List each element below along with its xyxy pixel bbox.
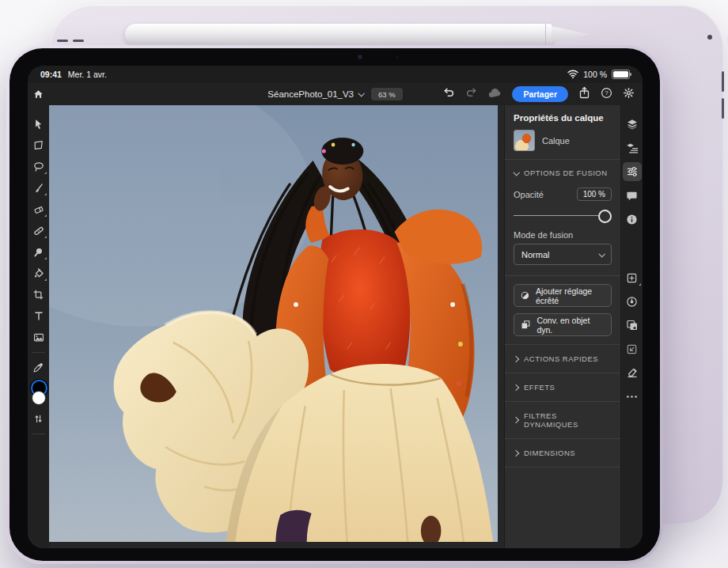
document-title-menu[interactable]: SéancePhoto_01_V3 bbox=[267, 89, 363, 99]
battery-icon bbox=[612, 70, 630, 79]
chevron-down-icon bbox=[513, 169, 519, 176]
section-filtres-dynamiques[interactable]: FILTRES DYNAMIQUES bbox=[505, 402, 620, 438]
comments-icon[interactable] bbox=[623, 186, 642, 205]
volume-button bbox=[57, 40, 68, 42]
svg-text:?: ? bbox=[605, 89, 609, 97]
blend-mode-select[interactable]: Normal bbox=[514, 244, 612, 265]
opacity-row: Opacité 100 % bbox=[505, 186, 620, 201]
brush-tool[interactable] bbox=[29, 177, 48, 199]
panel-title: Propriétés du calque bbox=[505, 105, 620, 127]
eraser-tool[interactable] bbox=[29, 199, 48, 220]
blend-mode-label: Mode de fusion bbox=[505, 224, 620, 244]
opacity-slider[interactable] bbox=[514, 210, 612, 221]
clone-stamp-tool[interactable] bbox=[29, 241, 48, 263]
cleanup-icon[interactable] bbox=[623, 363, 642, 382]
blend-options-header[interactable]: OPTIONS DE FUSION bbox=[505, 160, 620, 186]
type-tool[interactable] bbox=[29, 305, 48, 327]
smart-object-icon bbox=[521, 320, 530, 330]
redo-icon[interactable] bbox=[465, 87, 478, 101]
slider-track bbox=[514, 215, 612, 217]
ipad-front-device: 09:41 Mer. 1 avr. 100 % bbox=[6, 45, 663, 564]
layer-properties-panel: Propriétés du calque Calque OPTIONS DE F… bbox=[504, 105, 620, 548]
opacity-label: Opacité bbox=[514, 190, 544, 199]
healing-brush-tool[interactable] bbox=[29, 220, 48, 241]
eyedropper-tool[interactable] bbox=[29, 357, 48, 378]
crop-tool[interactable] bbox=[29, 284, 48, 305]
adjustments-icon[interactable] bbox=[623, 162, 642, 181]
marketing-scene: 09:41 Mer. 1 avr. 100 % bbox=[0, 0, 728, 568]
layer-thumbnail bbox=[514, 130, 535, 151]
top-bar: SéancePhoto_01_V3 63 % Partager bbox=[28, 83, 643, 105]
panel-divider bbox=[505, 467, 620, 468]
toolbar-divider bbox=[32, 434, 45, 434]
transform-tool[interactable] bbox=[29, 134, 48, 156]
settings-gear-icon[interactable] bbox=[623, 87, 635, 102]
background-color-chip[interactable] bbox=[32, 391, 46, 405]
front-camera bbox=[358, 55, 362, 59]
fill-tool[interactable] bbox=[29, 263, 48, 284]
tool-options[interactable] bbox=[29, 408, 48, 430]
chevron-down-icon bbox=[358, 90, 364, 97]
move-tool[interactable] bbox=[29, 113, 48, 134]
battery-percent: 100 % bbox=[583, 70, 607, 79]
side-button bbox=[722, 98, 724, 119]
undo-icon[interactable] bbox=[442, 87, 455, 101]
place-photo-tool[interactable] bbox=[29, 327, 48, 348]
export-icon[interactable] bbox=[623, 339, 642, 358]
section-effets[interactable]: EFFETS bbox=[505, 373, 620, 401]
side-button bbox=[722, 71, 724, 92]
layer-properties-icon[interactable] bbox=[623, 138, 642, 157]
slider-knob[interactable] bbox=[598, 210, 612, 223]
contrast-icon bbox=[521, 290, 529, 301]
status-time: 09:41 bbox=[40, 70, 62, 79]
app-screen: 09:41 Mer. 1 avr. 100 % bbox=[28, 66, 643, 548]
cloud-sync-icon[interactable] bbox=[488, 87, 502, 101]
apple-pencil bbox=[125, 24, 552, 45]
chevron-right-icon bbox=[513, 449, 519, 456]
wifi-icon bbox=[567, 70, 578, 80]
tool-bar bbox=[28, 105, 49, 548]
info-icon[interactable] bbox=[623, 210, 642, 229]
preview-layers-icon[interactable] bbox=[623, 316, 642, 335]
convert-smart-object-button[interactable]: Conv. en objet dyn. bbox=[514, 313, 612, 336]
zoom-level-badge[interactable]: 63 % bbox=[371, 88, 403, 100]
canvas-area bbox=[49, 105, 504, 548]
layer-row[interactable]: Calque bbox=[505, 127, 620, 159]
toolbar-divider bbox=[32, 352, 45, 353]
volume-button bbox=[73, 40, 84, 42]
lasso-select-tool[interactable] bbox=[29, 156, 48, 177]
chevron-right-icon bbox=[513, 384, 519, 390]
color-swatches[interactable] bbox=[29, 380, 48, 405]
app-body: Propriétés du calque Calque OPTIONS DE F… bbox=[28, 105, 643, 548]
home-icon[interactable] bbox=[28, 89, 49, 100]
share-button[interactable]: Partager bbox=[512, 86, 568, 102]
photo-canvas[interactable] bbox=[49, 105, 498, 542]
layers-icon[interactable] bbox=[623, 115, 642, 134]
more-icon[interactable] bbox=[623, 387, 642, 406]
layer-name: Calque bbox=[542, 136, 570, 146]
opacity-value[interactable]: 100 % bbox=[577, 187, 612, 201]
chevron-right-icon bbox=[513, 355, 519, 362]
right-rail bbox=[620, 105, 643, 548]
rear-mic-dot bbox=[707, 35, 712, 40]
section-dimensions[interactable]: DIMENSIONS bbox=[505, 439, 620, 467]
add-clipped-adjustment-button[interactable]: Ajouter réglage écrêté bbox=[514, 284, 612, 307]
status-bar: 09:41 Mer. 1 avr. 100 % bbox=[28, 66, 643, 83]
export-share-icon[interactable] bbox=[578, 86, 590, 102]
status-date: Mer. 1 avr. bbox=[68, 70, 107, 79]
help-icon[interactable]: ? bbox=[601, 87, 612, 102]
chevron-down-icon bbox=[598, 251, 605, 257]
add-layer-icon[interactable] bbox=[623, 268, 642, 287]
front-sensor bbox=[396, 56, 398, 59]
chevron-right-icon bbox=[513, 417, 519, 423]
section-actions-rapides[interactable]: ACTIONS RAPIDES bbox=[505, 345, 620, 373]
visibility-icon[interactable] bbox=[623, 292, 642, 311]
